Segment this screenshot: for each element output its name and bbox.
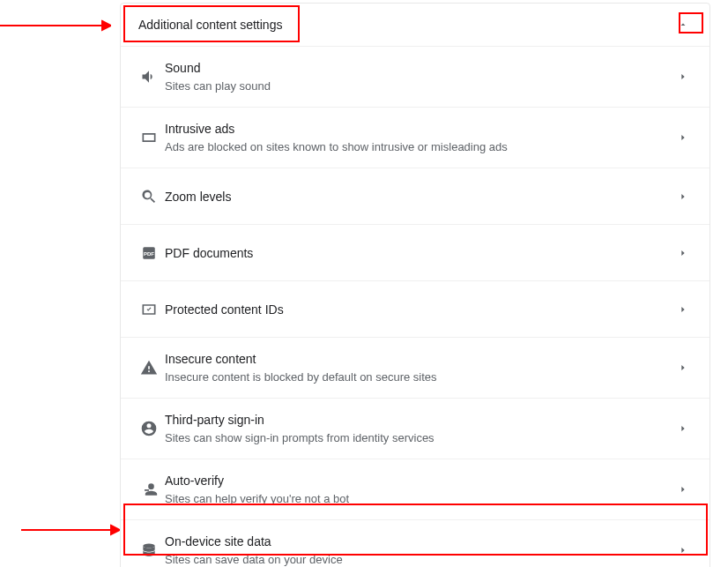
setting-body: Insecure content Insecure content is blo… xyxy=(165,350,674,385)
setting-subtitle: Ads are blocked on sites known to show i… xyxy=(165,139,674,155)
setting-row-intrusive-ads[interactable]: Intrusive ads Ads are blocked on sites k… xyxy=(121,108,709,168)
section-header[interactable]: Additional content settings xyxy=(121,4,709,47)
setting-body: Protected content IDs xyxy=(165,301,674,318)
warning-icon xyxy=(133,359,165,377)
chevron-right-icon xyxy=(674,305,692,314)
setting-title: Third-party sign-in xyxy=(165,411,674,429)
setting-body: Third-party sign-in Sites can show sign-… xyxy=(165,411,674,446)
setting-subtitle: Insecure content is blocked by default o… xyxy=(165,369,674,385)
collapse-button[interactable] xyxy=(674,16,692,34)
search-icon xyxy=(133,188,165,205)
protected-icon xyxy=(133,301,165,318)
svg-marker-3 xyxy=(111,526,120,534)
setting-body: Zoom levels xyxy=(165,188,674,205)
setting-row-protected-content[interactable]: Protected content IDs xyxy=(121,281,709,338)
setting-title: Auto-verify xyxy=(165,472,674,489)
setting-row-third-party-signin[interactable]: Third-party sign-in Sites can show sign-… xyxy=(121,399,709,459)
chevron-right-icon xyxy=(674,424,692,433)
setting-row-zoom-levels[interactable]: Zoom levels xyxy=(121,168,709,225)
setting-body: Auto-verify Sites can help verify you're… xyxy=(165,472,674,507)
chevron-right-icon xyxy=(674,546,692,555)
chevron-right-icon xyxy=(674,485,692,494)
chevron-right-icon xyxy=(674,249,692,257)
chevron-up-icon xyxy=(678,19,688,30)
chevron-right-icon xyxy=(674,363,692,372)
setting-title: Intrusive ads xyxy=(165,120,674,138)
setting-row-on-device-site-data[interactable]: On-device site data Sites can save data … xyxy=(121,520,709,567)
setting-row-auto-verify[interactable]: Auto-verify Sites can help verify you're… xyxy=(121,459,709,520)
setting-body: Sound Sites can play sound xyxy=(165,59,674,94)
setting-title: Zoom levels xyxy=(165,188,674,205)
setting-row-pdf-documents[interactable]: PDF PDF documents xyxy=(121,225,709,281)
setting-body: Intrusive ads Ads are blocked on sites k… xyxy=(165,120,674,155)
setting-row-insecure-content[interactable]: Insecure content Insecure content is blo… xyxy=(121,338,709,399)
setting-title: Insecure content xyxy=(165,350,674,368)
svg-marker-1 xyxy=(102,21,111,30)
content-settings-panel: Additional content settings Sound Sites … xyxy=(120,3,710,567)
annotation-arrow-header xyxy=(0,19,111,32)
setting-row-sound[interactable]: Sound Sites can play sound xyxy=(121,47,709,108)
chevron-right-icon xyxy=(674,192,692,201)
annotation-arrow-last-row xyxy=(21,524,120,536)
database-icon xyxy=(133,541,165,559)
person-circle-icon xyxy=(133,420,165,437)
setting-subtitle: Sites can save data on your device xyxy=(165,552,674,567)
chevron-right-icon xyxy=(674,72,692,81)
setting-title: Protected content IDs xyxy=(165,301,674,318)
setting-subtitle: Sites can play sound xyxy=(165,78,674,94)
section-title: Additional content settings xyxy=(138,18,282,32)
person-minus-icon xyxy=(133,481,165,498)
chevron-right-icon xyxy=(674,133,692,142)
svg-text:PDF: PDF xyxy=(144,251,154,257)
setting-title: Sound xyxy=(165,59,674,77)
tab-icon xyxy=(133,129,165,146)
setting-title: On-device site data xyxy=(165,533,674,550)
sound-icon xyxy=(133,68,165,86)
svg-point-6 xyxy=(143,544,154,548)
setting-subtitle: Sites can show sign-in prompts from iden… xyxy=(165,430,674,446)
setting-body: PDF documents xyxy=(165,244,674,262)
setting-subtitle: Sites can help verify you're not a bot xyxy=(165,491,674,507)
setting-body: On-device site data Sites can save data … xyxy=(165,533,674,567)
pdf-icon: PDF xyxy=(133,245,165,261)
setting-title: PDF documents xyxy=(165,244,674,262)
